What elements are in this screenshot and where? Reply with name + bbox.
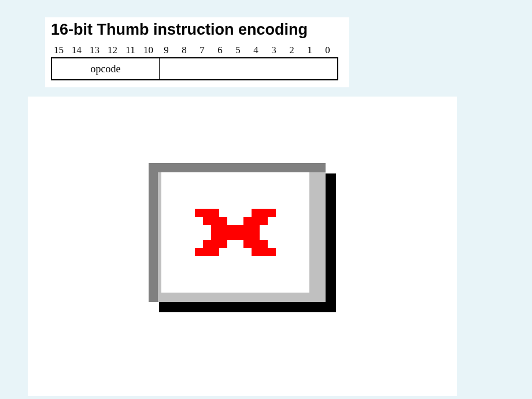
bit-label: 7	[193, 45, 211, 56]
bit-label: 5	[229, 45, 247, 56]
encoding-card: 16-bit Thumb instruction encoding 15 14 …	[45, 17, 349, 87]
bit-label: 1	[301, 45, 319, 56]
svg-rect-2	[203, 217, 227, 225]
bit-label: 0	[319, 45, 337, 56]
bit-label: 11	[121, 45, 139, 56]
content-panel	[28, 97, 457, 396]
frame-canvas	[161, 172, 309, 293]
svg-rect-1	[252, 209, 276, 217]
bit-label: 10	[139, 45, 157, 56]
bit-label: 15	[50, 45, 68, 56]
encoding-fields-box: opcode	[51, 57, 338, 80]
bit-label: 3	[265, 45, 283, 56]
bit-label: 9	[157, 45, 175, 56]
svg-rect-8	[252, 248, 276, 256]
svg-rect-3	[243, 217, 268, 225]
broken-image-icon	[195, 209, 276, 256]
svg-rect-5	[203, 240, 227, 248]
bit-label: 4	[247, 45, 265, 56]
bit-index-row: 15 14 13 12 11 10 9 8 7 6 5 4 3 2 1 0	[50, 45, 345, 56]
bit-label: 8	[175, 45, 193, 56]
svg-rect-4	[211, 225, 260, 240]
bit-label: 14	[68, 45, 86, 56]
card-title: 16-bit Thumb instruction encoding	[51, 21, 345, 39]
svg-rect-0	[195, 209, 219, 217]
bit-label: 12	[104, 45, 121, 56]
svg-rect-6	[243, 240, 268, 248]
svg-rect-7	[195, 248, 219, 256]
broken-image-placeholder	[149, 163, 336, 312]
opcode-field: opcode	[52, 58, 160, 79]
bit-label: 13	[86, 45, 104, 56]
operand-field	[160, 58, 337, 79]
bit-label: 6	[211, 45, 229, 56]
bit-label: 2	[283, 45, 301, 56]
